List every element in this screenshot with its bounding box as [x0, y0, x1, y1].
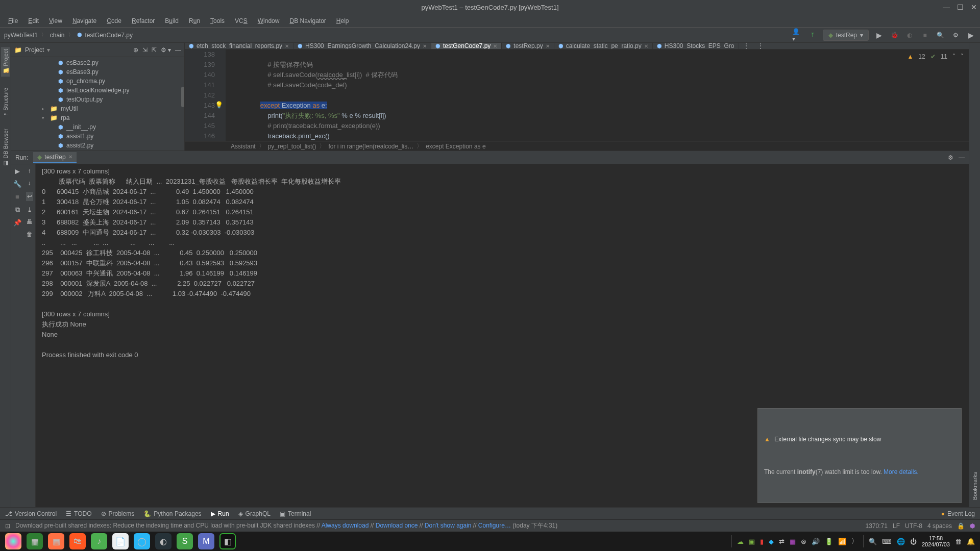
editor-tab[interactable]: ⬢HS300_Stocks_EPS_Gro: [653, 43, 739, 49]
run-config-selector[interactable]: ◆ testRep ▾: [823, 30, 869, 41]
crumb-project[interactable]: pyWebTest1: [4, 32, 38, 39]
problems-tab[interactable]: ⊘ Problems: [101, 510, 135, 517]
app-icon[interactable]: ◐: [155, 533, 172, 549]
settings-gear-icon[interactable]: ⚙: [950, 30, 961, 40]
scrollbar[interactable]: [181, 87, 184, 107]
structure-toolwindow-tab[interactable]: ⫯ Structure: [2, 86, 10, 117]
stop-icon[interactable]: ■: [15, 193, 19, 201]
graphql-tab[interactable]: ◈ GraphQL: [238, 510, 271, 517]
music-app-icon[interactable]: ♪: [91, 533, 107, 549]
chevron-down-icon[interactable]: ▾: [42, 115, 47, 120]
console-output[interactable]: [300 rows x 7 columns] 股票代码 股票简称 纳入日期 ..…: [36, 164, 969, 507]
menu-view[interactable]: View: [45, 16, 66, 26]
wrench-icon[interactable]: 🔧: [13, 180, 21, 188]
terminal-tab[interactable]: ▣ Terminal: [280, 510, 311, 517]
caret-position[interactable]: 1370:71: [866, 522, 888, 530]
browser-app-icon[interactable]: ◯: [134, 533, 150, 549]
menu-refactor[interactable]: Refactor: [128, 16, 159, 26]
code-content[interactable]: # 按需保存代码 # self.saveCode(realcode_list[i…: [226, 49, 969, 141]
menu-edit[interactable]: Edit: [24, 16, 43, 26]
scroll-to-end-icon[interactable]: ⤓: [27, 206, 32, 213]
editor-tab[interactable]: ⬢testRep.py✕: [502, 43, 554, 49]
download-once-link[interactable]: Download once: [376, 522, 418, 529]
pin-icon[interactable]: 📌: [13, 219, 21, 227]
files-app-icon[interactable]: ▦: [27, 533, 43, 549]
app-icon[interactable]: M: [198, 533, 214, 549]
start-menu-icon[interactable]: [5, 533, 21, 549]
configure-link[interactable]: Configure…: [478, 522, 511, 529]
chevron-down-icon[interactable]: ˅: [961, 52, 964, 62]
notifications-icon[interactable]: 🔔: [967, 538, 975, 545]
todo-tab[interactable]: ☰ TODO: [66, 510, 91, 517]
volume-icon[interactable]: 🔊: [812, 538, 820, 545]
code-editor[interactable]: ▲12 ✔11 ˄ ˅ 💡 138 139 140 141 142 143 14…: [185, 49, 969, 141]
play-icon[interactable]: ▶: [966, 30, 976, 40]
restore-layout-icon[interactable]: ⧉: [15, 206, 20, 214]
hide-icon[interactable]: —: [175, 46, 181, 54]
tray-icon[interactable]: ◆: [769, 538, 774, 545]
editor-tab-active[interactable]: ⬢testGenCode7.py✕: [431, 43, 502, 49]
indexes-icon[interactable]: ⊡: [5, 522, 10, 530]
rerun-icon[interactable]: ▶: [15, 167, 20, 175]
chevron-right-icon[interactable]: ▸: [42, 106, 47, 111]
lock-icon[interactable]: 🔒: [957, 522, 965, 530]
wifi-icon[interactable]: 📶: [838, 538, 846, 545]
menu-window[interactable]: Window: [254, 16, 284, 26]
tray-icon[interactable]: ⇄: [779, 538, 785, 545]
project-toolwindow-tab[interactable]: 📁 Project: [1, 47, 10, 77]
clear-icon[interactable]: 🗑: [27, 231, 33, 238]
tree-folder-myutil[interactable]: ▸📁myUtil: [11, 104, 184, 113]
user-icon[interactable]: 👤▾: [792, 30, 802, 40]
tray-icon[interactable]: ▣: [749, 538, 755, 545]
indent[interactable]: 4 spaces: [927, 522, 952, 530]
clock[interactable]: 17:582024/07/03: [922, 535, 950, 547]
document-app-icon[interactable]: 📄: [112, 533, 129, 549]
debug-icon[interactable]: 🐞: [889, 30, 899, 40]
coverage-icon[interactable]: ◐: [904, 30, 915, 40]
crumb-folder[interactable]: chain: [50, 32, 65, 39]
always-download-link[interactable]: Always download: [322, 522, 369, 529]
search-icon[interactable]: 🔍: [935, 30, 945, 40]
chevron-up-icon[interactable]: ˄: [952, 52, 955, 62]
chevron-down-icon[interactable]: ▾: [47, 46, 50, 54]
soft-wrap-icon[interactable]: ↩: [26, 192, 33, 201]
dont-show-link[interactable]: Don't show again: [425, 522, 472, 529]
close-icon[interactable]: ✕: [68, 154, 72, 160]
intention-bulb-icon[interactable]: 💡: [215, 100, 223, 110]
menu-vcs[interactable]: VCS: [231, 16, 252, 26]
notification-link[interactable]: More details.: [884, 468, 919, 475]
hide-icon[interactable]: —: [959, 154, 965, 161]
close-icon[interactable]: ✕: [285, 43, 289, 49]
notification-popup[interactable]: ▲External file changes sync may be slow …: [757, 408, 962, 503]
tray-icon[interactable]: ▦: [790, 538, 796, 545]
crumb-file[interactable]: testGenCode7.py: [85, 32, 133, 39]
close-icon[interactable]: ✕: [423, 43, 427, 49]
battery-icon[interactable]: 🔋: [825, 538, 833, 545]
check-icon[interactable]: ✔: [930, 52, 936, 62]
editor-tab[interactable]: ⬢etch_stock_financial_reports.py✕: [185, 43, 293, 49]
search-icon[interactable]: 🔍: [869, 538, 877, 545]
event-log-tab[interactable]: ● Event Log: [941, 510, 975, 517]
maximize-icon[interactable]: ☐: [957, 3, 964, 11]
print-icon[interactable]: 🖶: [27, 218, 33, 226]
line-separator[interactable]: LF: [893, 522, 900, 530]
locate-icon[interactable]: ⊕: [133, 46, 138, 54]
pycharm-app-icon[interactable]: ◧: [219, 533, 236, 549]
tray-icon[interactable]: ⊗: [801, 538, 806, 545]
ide-icon[interactable]: ⬢: [970, 522, 975, 530]
close-icon[interactable]: ✕: [546, 43, 550, 49]
tray-icon[interactable]: ▮: [760, 538, 764, 545]
menu-build[interactable]: Build: [161, 16, 183, 26]
power-icon[interactable]: ⏻: [910, 538, 917, 545]
bookmarks-toolwindow-tab[interactable]: Bookmarks: [971, 470, 979, 502]
encoding[interactable]: UTF-8: [905, 522, 922, 530]
menu-navigate[interactable]: Navigate: [68, 16, 101, 26]
close-icon[interactable]: ✕: [493, 43, 497, 49]
close-icon[interactable]: ✕: [971, 3, 977, 11]
collapse-icon[interactable]: ⇱: [152, 46, 157, 54]
menu-db-navigator[interactable]: DB Navigator: [285, 16, 330, 26]
globe-icon[interactable]: 🌐: [897, 538, 905, 545]
expand-icon[interactable]: ⇲: [142, 46, 148, 54]
minimize-icon[interactable]: —: [943, 3, 950, 11]
project-tree[interactable]: ⬢esBase2.py ⬢esBase3.py ⬢op_chroma.py ⬢t…: [11, 57, 184, 151]
